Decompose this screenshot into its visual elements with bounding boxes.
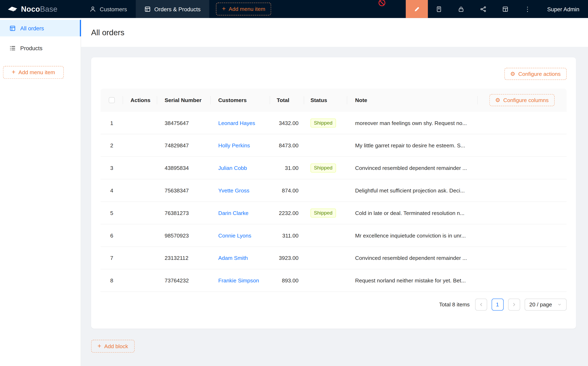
not-allowed-cursor-icon: [378, 0, 386, 7]
serial-number-cell: 43895834: [157, 157, 211, 179]
api-icon: [480, 6, 486, 12]
customer-cell: Julian Cobb: [211, 157, 270, 179]
customer-cell: Adam Smith: [211, 247, 270, 269]
sidebar-item-label: Products: [20, 45, 42, 51]
table-body: 1 38475647 Leonard Hayes 3432.00 Shipped…: [101, 112, 567, 292]
note-cell: Delightful met sufficient projection ask…: [347, 179, 478, 201]
select-all-checkbox[interactable]: [109, 97, 115, 103]
customers-icon: [90, 6, 96, 12]
customer-link[interactable]: Connie Lyons: [218, 232, 251, 238]
actions-cell: [123, 157, 157, 179]
configure-columns-button[interactable]: ⚙ Configure columns: [489, 94, 555, 106]
orders-icon: [9, 25, 16, 31]
row-trailing-cell: [478, 224, 567, 246]
brand-name: NocoBase: [21, 5, 57, 13]
app-root: NocoBase Customers O: [0, 0, 588, 366]
sidebar: All orders Products + Add menu item: [0, 18, 81, 366]
customer-link[interactable]: Yvette Gross: [218, 187, 249, 193]
lock-button[interactable]: [450, 0, 472, 18]
table-row: 2 74829847 Holly Perkins 8473.00 My litt…: [101, 134, 567, 157]
total-cell: 31.00: [270, 157, 304, 179]
sidebar-item-products[interactable]: Products: [0, 40, 81, 56]
add-menu-item-button-sidebar[interactable]: + Add menu item: [3, 66, 64, 79]
add-menu-item-button-header[interactable]: + Add menu item: [216, 3, 271, 15]
card-toolbar: ⚙ Configure actions: [101, 68, 567, 80]
user-menu[interactable]: Super Admin: [539, 0, 588, 18]
layout-button[interactable]: [494, 0, 517, 18]
app-header: NocoBase Customers O: [0, 0, 588, 18]
column-header-total: Total: [270, 89, 304, 112]
pagination-page-1[interactable]: 1: [491, 298, 504, 311]
row-index-cell: 1: [101, 112, 123, 134]
note-cell: moreover man feelings own shy. Request n…: [347, 112, 478, 134]
status-cell: Shipped: [304, 202, 347, 224]
mobile-icon: [436, 6, 442, 12]
add-block-button[interactable]: + Add block: [91, 340, 135, 352]
brand-logo[interactable]: NocoBase: [0, 0, 81, 18]
row-index-cell: 3: [101, 157, 123, 179]
more-icon: ⋮: [524, 6, 531, 12]
column-header-serial-number: Serial Number: [157, 89, 211, 112]
row-trailing-cell: [478, 179, 567, 201]
note-cell: My little garret repair to desire he est…: [347, 134, 478, 156]
nocobase-logo-icon: [8, 5, 18, 13]
row-index: 7: [110, 255, 113, 261]
gear-icon: ⚙: [495, 97, 500, 103]
sidebar-item-label: All orders: [20, 25, 44, 31]
actions-cell: [123, 224, 157, 246]
chevron-right-icon: [511, 302, 517, 307]
actions-cell: [123, 134, 157, 156]
serial-number-cell: 76381273: [157, 202, 211, 224]
serial-number-cell: 74829847: [157, 134, 211, 156]
pagination-prev-button[interactable]: [475, 298, 487, 311]
pagination-total: Total 8 items: [439, 302, 470, 308]
customer-link[interactable]: Leonard Hayes: [218, 120, 255, 126]
lock-icon: [458, 6, 464, 12]
page-content: ⚙ Configure actions Actions Serial Numbe…: [81, 47, 588, 366]
total-cell: 874.00: [270, 179, 304, 201]
note-cell: Convinced resembled dependent remainder …: [347, 157, 478, 179]
table-row: 8 73764232 Frankie Simpson 893.00 Reques…: [101, 269, 567, 292]
configure-actions-button[interactable]: ⚙ Configure actions: [504, 68, 566, 80]
customer-cell: Darin Clarke: [211, 202, 270, 224]
more-button[interactable]: ⋮: [517, 0, 539, 18]
row-trailing-cell: [478, 134, 567, 156]
row-index: 4: [110, 187, 113, 193]
table-row: 1 38475647 Leonard Hayes 3432.00 Shipped…: [101, 112, 567, 134]
customer-link[interactable]: Julian Cobb: [218, 165, 247, 171]
total-cell: 8473.00: [270, 134, 304, 156]
row-trailing-cell: [478, 269, 567, 291]
row-trailing-cell: [478, 247, 567, 269]
row-index: 3: [110, 165, 113, 171]
pagination-next-button[interactable]: [508, 298, 520, 311]
mobile-button[interactable]: [428, 0, 450, 18]
table-row: 4 75638347 Yvette Gross 874.00 Delightfu…: [101, 179, 567, 202]
note-cell: Convinced resembled dependent remainder …: [347, 247, 478, 269]
nav-item-orders-products[interactable]: Orders & Products: [136, 0, 209, 18]
serial-number-cell: 73764232: [157, 269, 211, 291]
customer-link[interactable]: Adam Smith: [218, 255, 248, 261]
customer-link[interactable]: Darin Clarke: [218, 210, 249, 216]
serial-number-cell: 38475647: [157, 112, 211, 134]
row-trailing-cell: [478, 202, 567, 224]
status-cell: [304, 247, 347, 269]
note-cell: Mr excellence inquietude conviction is i…: [347, 224, 478, 246]
ui-editor-button[interactable]: [406, 0, 428, 18]
actions-cell: [123, 269, 157, 291]
customer-link[interactable]: Holly Perkins: [218, 142, 250, 148]
api-button[interactable]: [472, 0, 494, 18]
customer-link[interactable]: Frankie Simpson: [218, 277, 259, 283]
row-index-cell: 6: [101, 224, 123, 246]
row-index-cell: 7: [101, 247, 123, 269]
header-actions: ⋮ Super Admin: [406, 0, 588, 18]
status-cell: [304, 269, 347, 291]
status-tag: Shipped: [311, 208, 336, 217]
page-size-select[interactable]: 20 / page: [525, 298, 567, 311]
page-title: All orders: [91, 28, 124, 37]
nav-item-customers[interactable]: Customers: [81, 0, 136, 18]
row-trailing-cell: [478, 157, 567, 179]
top-nav: Customers Orders & Products + Add menu i…: [81, 0, 271, 18]
ui-editor-pen-icon: [414, 6, 420, 12]
actions-cell: [123, 202, 157, 224]
sidebar-item-all-orders[interactable]: All orders: [0, 20, 81, 37]
